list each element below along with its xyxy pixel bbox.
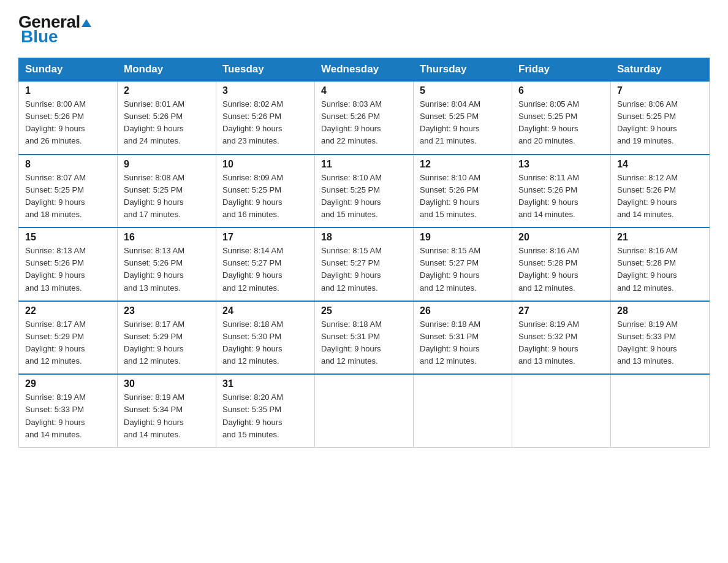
day-info: Sunrise: 8:17 AM Sunset: 5:29 PM Dayligh… [25,318,111,368]
calendar-day-20: 20 Sunrise: 8:16 AM Sunset: 5:28 PM Dayl… [512,228,611,301]
day-number: 13 [518,159,604,170]
calendar-day-9: 9 Sunrise: 8:08 AM Sunset: 5:25 PM Dayli… [118,155,216,228]
calendar-day-2: 2 Sunrise: 8:01 AM Sunset: 5:26 PM Dayli… [118,81,216,155]
day-header-thursday: Thursday [414,58,512,82]
calendar-day-25: 25 Sunrise: 8:18 AM Sunset: 5:31 PM Dayl… [315,301,414,375]
calendar-week-1: 1 Sunrise: 8:00 AM Sunset: 5:26 PM Dayli… [19,81,710,155]
calendar-day-21: 21 Sunrise: 8:16 AM Sunset: 5:28 PM Dayl… [611,228,710,301]
calendar-day-15: 15 Sunrise: 8:13 AM Sunset: 5:26 PM Dayl… [19,228,118,301]
calendar-week-3: 15 Sunrise: 8:13 AM Sunset: 5:26 PM Dayl… [19,228,710,301]
calendar-day-27: 27 Sunrise: 8:19 AM Sunset: 5:32 PM Dayl… [512,301,611,375]
calendar-table: SundayMondayTuesdayWednesdayThursdayFrid… [18,58,710,448]
day-info: Sunrise: 8:15 AM Sunset: 5:27 PM Dayligh… [420,245,506,294]
calendar-day-17: 17 Sunrise: 8:14 AM Sunset: 5:27 PM Dayl… [216,228,315,301]
day-header-wednesday: Wednesday [315,58,414,82]
calendar-day-31: 31 Sunrise: 8:20 AM Sunset: 5:35 PM Dayl… [216,374,315,447]
day-info: Sunrise: 8:06 AM Sunset: 5:25 PM Dayligh… [617,98,703,148]
day-info: Sunrise: 8:13 AM Sunset: 5:26 PM Dayligh… [25,245,111,294]
day-number: 29 [25,378,111,389]
calendar-day-24: 24 Sunrise: 8:18 AM Sunset: 5:30 PM Dayl… [216,301,315,375]
calendar-day-23: 23 Sunrise: 8:17 AM Sunset: 5:29 PM Dayl… [118,301,216,375]
logo-blue: Blue [18,27,58,47]
day-info: Sunrise: 8:04 AM Sunset: 5:25 PM Dayligh… [420,98,506,148]
calendar-day-1: 1 Sunrise: 8:00 AM Sunset: 5:26 PM Dayli… [19,81,118,155]
day-info: Sunrise: 8:08 AM Sunset: 5:25 PM Dayligh… [124,172,210,221]
calendar-day-5: 5 Sunrise: 8:04 AM Sunset: 5:25 PM Dayli… [414,81,512,155]
day-info: Sunrise: 8:17 AM Sunset: 5:29 PM Dayligh… [124,318,210,368]
day-info: Sunrise: 8:19 AM Sunset: 5:32 PM Dayligh… [518,318,604,368]
day-number: 8 [25,159,111,170]
day-info: Sunrise: 8:18 AM Sunset: 5:30 PM Dayligh… [222,318,308,368]
calendar-day-4: 4 Sunrise: 8:03 AM Sunset: 5:26 PM Dayli… [315,81,414,155]
empty-cell [315,374,414,447]
day-header-tuesday: Tuesday [216,58,315,82]
day-number: 28 [617,305,703,316]
calendar-day-30: 30 Sunrise: 8:19 AM Sunset: 5:34 PM Dayl… [118,374,216,447]
day-number: 16 [124,232,210,243]
day-info: Sunrise: 8:18 AM Sunset: 5:31 PM Dayligh… [420,318,506,368]
calendar-day-12: 12 Sunrise: 8:10 AM Sunset: 5:26 PM Dayl… [414,155,512,228]
day-info: Sunrise: 8:20 AM Sunset: 5:35 PM Dayligh… [222,391,308,441]
day-number: 31 [222,378,308,389]
calendar-day-6: 6 Sunrise: 8:05 AM Sunset: 5:25 PM Dayli… [512,81,611,155]
day-info: Sunrise: 8:01 AM Sunset: 5:26 PM Dayligh… [124,98,210,148]
day-number: 4 [321,85,407,96]
day-info: Sunrise: 8:05 AM Sunset: 5:25 PM Dayligh… [518,98,604,148]
calendar-day-3: 3 Sunrise: 8:02 AM Sunset: 5:26 PM Dayli… [216,81,315,155]
day-number: 14 [617,159,703,170]
page-header: General Blue [18,12,710,47]
day-number: 27 [518,305,604,316]
day-header-sunday: Sunday [19,58,118,82]
day-info: Sunrise: 8:15 AM Sunset: 5:27 PM Dayligh… [321,245,407,294]
day-number: 5 [420,85,506,96]
day-number: 24 [222,305,308,316]
calendar-day-22: 22 Sunrise: 8:17 AM Sunset: 5:29 PM Dayl… [19,301,118,375]
calendar-day-14: 14 Sunrise: 8:12 AM Sunset: 5:26 PM Dayl… [611,155,710,228]
day-header-friday: Friday [512,58,611,82]
calendar-day-19: 19 Sunrise: 8:15 AM Sunset: 5:27 PM Dayl… [414,228,512,301]
day-number: 15 [25,232,111,243]
day-number: 22 [25,305,111,316]
logo: General Blue [18,12,91,47]
calendar-day-10: 10 Sunrise: 8:09 AM Sunset: 5:25 PM Dayl… [216,155,315,228]
day-number: 20 [518,232,604,243]
calendar-day-29: 29 Sunrise: 8:19 AM Sunset: 5:33 PM Dayl… [19,374,118,447]
day-number: 12 [420,159,506,170]
day-header-monday: Monday [118,58,216,82]
empty-cell [414,374,512,447]
day-number: 1 [25,85,111,96]
day-number: 10 [222,159,308,170]
day-number: 21 [617,232,703,243]
calendar-day-8: 8 Sunrise: 8:07 AM Sunset: 5:25 PM Dayli… [19,155,118,228]
day-info: Sunrise: 8:19 AM Sunset: 5:34 PM Dayligh… [124,391,210,441]
day-number: 2 [124,85,210,96]
calendar-week-4: 22 Sunrise: 8:17 AM Sunset: 5:29 PM Dayl… [19,301,710,375]
day-info: Sunrise: 8:09 AM Sunset: 5:25 PM Dayligh… [222,172,308,221]
day-header-saturday: Saturday [611,58,710,82]
calendar-week-5: 29 Sunrise: 8:19 AM Sunset: 5:33 PM Dayl… [19,374,710,447]
calendar-day-28: 28 Sunrise: 8:19 AM Sunset: 5:33 PM Dayl… [611,301,710,375]
calendar-day-16: 16 Sunrise: 8:13 AM Sunset: 5:26 PM Dayl… [118,228,216,301]
day-info: Sunrise: 8:10 AM Sunset: 5:25 PM Dayligh… [321,172,407,221]
day-number: 23 [124,305,210,316]
calendar-header-row: SundayMondayTuesdayWednesdayThursdayFrid… [19,58,710,82]
day-number: 25 [321,305,407,316]
day-info: Sunrise: 8:14 AM Sunset: 5:27 PM Dayligh… [222,245,308,294]
day-number: 7 [617,85,703,96]
day-info: Sunrise: 8:10 AM Sunset: 5:26 PM Dayligh… [420,172,506,221]
empty-cell [611,374,710,447]
day-number: 19 [420,232,506,243]
day-info: Sunrise: 8:13 AM Sunset: 5:26 PM Dayligh… [124,245,210,294]
day-info: Sunrise: 8:18 AM Sunset: 5:31 PM Dayligh… [321,318,407,368]
day-info: Sunrise: 8:12 AM Sunset: 5:26 PM Dayligh… [617,172,703,221]
calendar-day-26: 26 Sunrise: 8:18 AM Sunset: 5:31 PM Dayl… [414,301,512,375]
day-number: 6 [518,85,604,96]
day-info: Sunrise: 8:11 AM Sunset: 5:26 PM Dayligh… [518,172,604,221]
day-number: 30 [124,378,210,389]
day-info: Sunrise: 8:16 AM Sunset: 5:28 PM Dayligh… [518,245,604,294]
day-info: Sunrise: 8:16 AM Sunset: 5:28 PM Dayligh… [617,245,703,294]
empty-cell [512,374,611,447]
day-info: Sunrise: 8:07 AM Sunset: 5:25 PM Dayligh… [25,172,111,221]
day-number: 11 [321,159,407,170]
calendar-day-11: 11 Sunrise: 8:10 AM Sunset: 5:25 PM Dayl… [315,155,414,228]
